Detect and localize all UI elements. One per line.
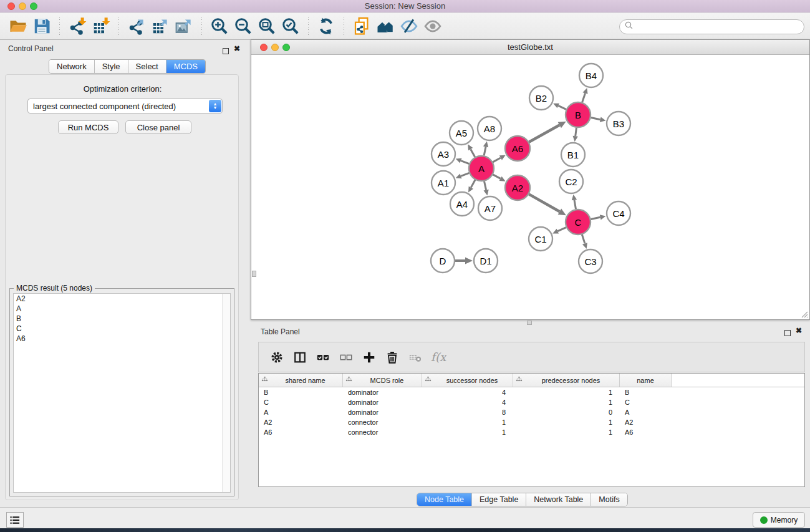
node-D1[interactable]: D1	[474, 249, 498, 273]
table-row[interactable]: A2connector11A2	[259, 417, 804, 427]
window-resize-grip[interactable]	[800, 310, 808, 318]
mcds-result-item[interactable]: B	[14, 314, 230, 324]
table-tab-node-table[interactable]: Node Table	[417, 493, 472, 506]
edge-B-B2[interactable]	[553, 104, 566, 110]
table-cell[interactable]: C	[620, 397, 672, 407]
toolbar-button-export-network[interactable]	[125, 15, 148, 37]
toolbar-button-export-image[interactable]	[172, 15, 196, 37]
table-toolbar-button-add-column[interactable]	[357, 347, 380, 368]
table-cell[interactable]: 0	[513, 407, 620, 417]
node-C3[interactable]: C3	[579, 249, 602, 273]
table-cell[interactable]: B	[620, 387, 672, 397]
table-tab-edge-table[interactable]: Edge Table	[472, 493, 526, 506]
edge-B-B3[interactable]	[591, 117, 606, 122]
table-tab-motifs[interactable]: Motifs	[591, 493, 627, 506]
mcds-result-item[interactable]: A	[14, 304, 230, 314]
edge-C-C4[interactable]	[591, 215, 606, 220]
table-cell[interactable]: 4	[422, 397, 513, 407]
toolbar-button-import-network[interactable]	[65, 15, 89, 37]
node-A5[interactable]: A5	[450, 121, 473, 145]
table-row[interactable]: Cdominator41C	[259, 397, 804, 407]
toolbar-button-hide-panels[interactable]	[397, 15, 421, 37]
toolbar-button-network-home[interactable]	[374, 15, 397, 37]
edge-B-B1[interactable]	[573, 128, 578, 142]
network-window-titlebar[interactable]: testGlobe.txt	[251, 40, 809, 55]
optimization-criterion-select[interactable]: largest connected component (directed) ▲…	[27, 99, 223, 114]
network-horizontal-scrollbar[interactable]	[527, 321, 532, 325]
table-panel-close-button[interactable]: ✖	[796, 327, 802, 334]
mcds-result-scrollbar[interactable]	[222, 294, 230, 492]
table-cell[interactable]: 1	[513, 387, 620, 397]
edge-A-A7[interactable]	[483, 181, 488, 196]
search-box[interactable]	[619, 19, 804, 34]
control-panel-float-button[interactable]	[223, 46, 229, 57]
node-A6[interactable]: A6	[505, 136, 530, 161]
network-vertical-scrollbar[interactable]	[252, 271, 256, 277]
node-A[interactable]: A	[469, 156, 494, 181]
table-cell[interactable]: 1	[513, 427, 620, 437]
edge-A-A6[interactable]	[493, 155, 505, 162]
table-cell[interactable]: dominator	[343, 407, 422, 417]
table-cell[interactable]: connector	[343, 427, 422, 437]
run-mcds-button[interactable]: Run MCDS	[58, 120, 118, 134]
edge-A2-C[interactable]	[529, 194, 566, 215]
column-header-predecessor-nodes[interactable]: predecessor nodes	[513, 374, 620, 387]
control-tab-style[interactable]: Style	[95, 60, 128, 73]
node-A8[interactable]: A8	[478, 117, 501, 140]
table-cell[interactable]: 4	[422, 387, 513, 397]
column-header-successor-nodes[interactable]: successor nodes	[422, 374, 513, 387]
table-cell[interactable]: A6	[259, 427, 343, 437]
edge-A-A1[interactable]	[456, 173, 470, 178]
task-history-button[interactable]	[6, 512, 24, 528]
node-B2[interactable]: B2	[529, 86, 553, 110]
node-B1[interactable]: B1	[561, 143, 585, 167]
toolbar-button-open-file[interactable]	[6, 15, 30, 37]
table-row[interactable]: A6connector11A6	[259, 427, 804, 437]
node-A2[interactable]: A2	[505, 175, 530, 200]
table-cell[interactable]: B	[259, 387, 343, 397]
table-cell[interactable]: 1	[422, 427, 513, 437]
table-cell[interactable]: A	[620, 407, 672, 417]
table-toolbar-button-split-columns[interactable]	[288, 347, 311, 368]
node-B4[interactable]: B4	[579, 64, 603, 87]
column-header-shared-name[interactable]: shared name	[259, 374, 343, 387]
table-cell[interactable]: 1	[513, 397, 620, 407]
toolbar-button-refresh-view[interactable]	[314, 15, 338, 37]
table-cell[interactable]: 8	[422, 407, 513, 417]
toolbar-button-save-session[interactable]	[30, 15, 54, 37]
table-cell[interactable]: 1	[513, 417, 620, 427]
toolbar-button-duplicate-network[interactable]	[350, 15, 374, 37]
table-cell[interactable]: 1	[422, 417, 513, 427]
edge-A-A4[interactable]	[468, 180, 475, 192]
table-cell[interactable]: A6	[620, 427, 672, 437]
toolbar-button-zoom-fit[interactable]	[255, 15, 279, 37]
table-cell[interactable]: connector	[343, 417, 422, 427]
node-A1[interactable]: A1	[432, 171, 455, 195]
column-header-MCDS-role[interactable]: MCDS role	[343, 374, 422, 387]
table-row[interactable]: Bdominator41B	[259, 387, 804, 397]
edge-A-A2[interactable]	[493, 175, 506, 181]
table-toolbar-button-delete-column[interactable]	[380, 347, 403, 368]
table-row[interactable]: Adominator80A	[259, 407, 804, 417]
control-tab-network[interactable]: Network	[49, 60, 95, 73]
edge-A-A5[interactable]	[468, 144, 475, 157]
memory-button[interactable]: Memory	[753, 512, 805, 528]
edge-A6-B[interactable]	[529, 122, 566, 142]
table-cell[interactable]: A2	[259, 417, 343, 427]
table-cell[interactable]: dominator	[343, 387, 422, 397]
mcds-result-item[interactable]: A2	[14, 294, 230, 304]
table-toolbar-button-unselect-all-columns[interactable]	[334, 347, 357, 368]
table-cell[interactable]: dominator	[343, 397, 422, 407]
toolbar-button-show-panels-disabled[interactable]	[421, 15, 445, 37]
node-B3[interactable]: B3	[607, 112, 630, 135]
table-tab-network-table[interactable]: Network Table	[526, 493, 591, 506]
control-tab-select[interactable]: Select	[128, 60, 166, 73]
edge-C-C1[interactable]	[552, 228, 566, 234]
table-panel-float-button[interactable]	[784, 327, 791, 339]
edge-C-C3[interactable]	[582, 235, 587, 249]
table-toolbar-button-select-all-columns[interactable]	[311, 347, 334, 368]
search-input[interactable]	[635, 22, 804, 31]
toolbar-button-zoom-out[interactable]	[231, 15, 255, 37]
mcds-result-item[interactable]: A6	[14, 334, 230, 344]
toolbar-button-zoom-selected[interactable]	[279, 15, 302, 37]
